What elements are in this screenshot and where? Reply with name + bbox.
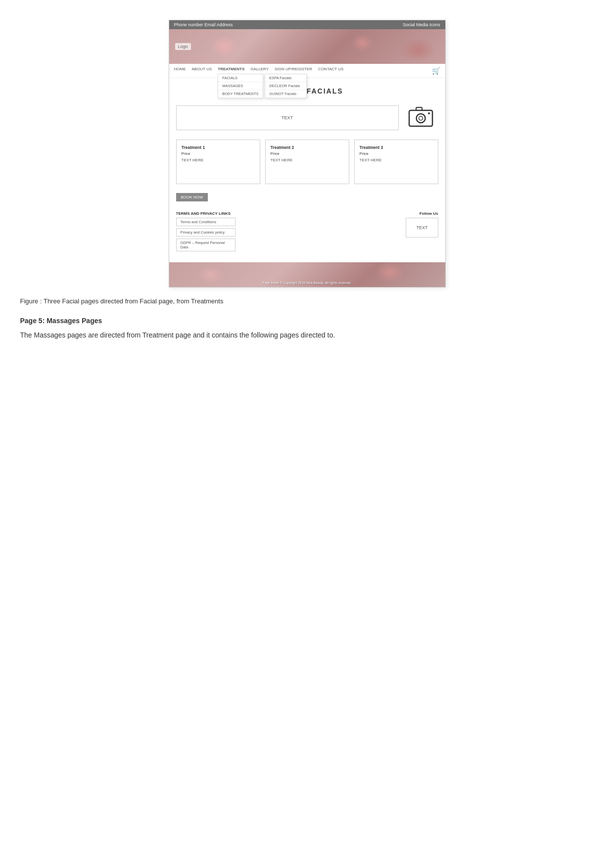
treatment-3-text: TEXT HERE [360, 158, 433, 162]
nav-about[interactable]: ABOUT US [192, 67, 212, 71]
svg-point-2 [419, 116, 423, 120]
logo-label: Logo [175, 43, 191, 50]
top-bar: Phone number Email Address Social Media … [169, 20, 445, 29]
facials-decleor[interactable]: DECLEOR Facials [265, 82, 306, 90]
treatment-2-name: Treatment 2 [271, 145, 344, 150]
treatment-2-text: TEXT HERE [271, 158, 344, 162]
follow-us-heading: Follow Us [406, 211, 438, 216]
nav-signup[interactable]: SIGN UP/REGISTER [275, 67, 312, 71]
header-banner: Logo [169, 29, 445, 64]
facials-submenu: ESPA Facials DECLEOR Facials GUINOT Faci… [265, 74, 307, 98]
treatment-3-price: Price [360, 151, 433, 156]
book-now-button[interactable]: BOOK NOW [176, 193, 208, 201]
footer-copyright: Page footer © Copyright 2019 Nina Beauty… [263, 281, 352, 285]
phone-email-label: Phone number Email Address [174, 22, 233, 27]
footer-links-section: TERMS AND PRIVACY LINKS Terms and Condit… [176, 211, 438, 253]
svg-rect-3 [416, 107, 422, 110]
camera-icon-box [404, 103, 438, 133]
treatments-grid: Treatment 1 Price TEXT HERE Treatment 2 … [176, 140, 438, 184]
nav-bar: HOME ABOUT US TREATMENTS FACIALS MASSAGE… [169, 64, 445, 78]
footer-links-heading: TERMS AND PRIVACY LINKS [176, 211, 236, 216]
mockup-container: Phone number Email Address Social Media … [169, 20, 446, 288]
treatment-1-text: TEXT HERE [182, 158, 255, 162]
submenu-facials[interactable]: FACIALS [218, 74, 262, 82]
floral-footer: Page footer © Copyright 2019 Nina Beauty… [169, 262, 445, 287]
intro-section: TEXT [176, 103, 438, 133]
treatment-3-name: Treatment 3 [360, 145, 433, 150]
figure-caption: Figure : Three Facial pages directed fro… [20, 297, 594, 305]
nav-contact[interactable]: CONTACT US [318, 67, 343, 71]
page-wrapper: Phone number Email Address Social Media … [20, 20, 594, 340]
treatment-1-name: Treatment 1 [182, 145, 255, 150]
section-heading: Page 5: Massages Pages [20, 317, 594, 325]
treatments-submenu: FACIALS MASSAGES BODY TREATMENTS [218, 74, 263, 98]
svg-point-4 [428, 112, 430, 114]
social-media-label: Social Media Icons [403, 22, 440, 27]
follow-text-box: TEXT [406, 218, 438, 238]
submenu-body[interactable]: BODY TREATMENTS [218, 90, 262, 98]
svg-point-1 [417, 114, 425, 123]
footer-right: Follow Us TEXT [406, 211, 438, 238]
treatment-card-2: Treatment 2 Price TEXT HERE [265, 140, 349, 184]
facials-guinot[interactable]: GUINOT Facials [265, 90, 306, 98]
nav-home[interactable]: HOME [174, 67, 186, 71]
facials-espa[interactable]: ESPA Facials [265, 74, 306, 82]
footer-privacy-link[interactable]: Privacy and Cookies policy [176, 228, 236, 237]
treatment-2-price: Price [271, 151, 344, 156]
section-paragraph: The Massages pages are directed from Tre… [20, 330, 594, 340]
follow-text: TEXT [416, 225, 427, 230]
footer-gdpr-link[interactable]: GDPR – Request Personal Data [176, 239, 236, 251]
treatment-card-3: Treatment 3 Price TEXT HERE [354, 140, 438, 184]
intro-text-box: TEXT [176, 105, 399, 130]
cart-icon[interactable]: 🛒 [432, 67, 440, 75]
camera-icon [407, 103, 434, 133]
footer-left: TERMS AND PRIVACY LINKS Terms and Condit… [176, 211, 236, 253]
footer-terms-link[interactable]: Terms and Conditions [176, 218, 236, 226]
treatment-1-price: Price [182, 151, 255, 156]
nav-treatments-dropdown: TREATMENTS FACIALS MASSAGES BODY TREATME… [218, 67, 244, 71]
page-title: GUINOT FACIALS [176, 83, 438, 99]
submenu-massages[interactable]: MASSAGES [218, 82, 262, 90]
treatment-card-1: Treatment 1 Price TEXT HERE [176, 140, 260, 184]
nav-treatments[interactable]: TREATMENTS [218, 67, 244, 71]
intro-text: TEXT [282, 115, 293, 120]
nav-gallery[interactable]: GALLERY [250, 67, 269, 71]
main-content: GUINOT FACIALS TEXT [169, 78, 445, 262]
